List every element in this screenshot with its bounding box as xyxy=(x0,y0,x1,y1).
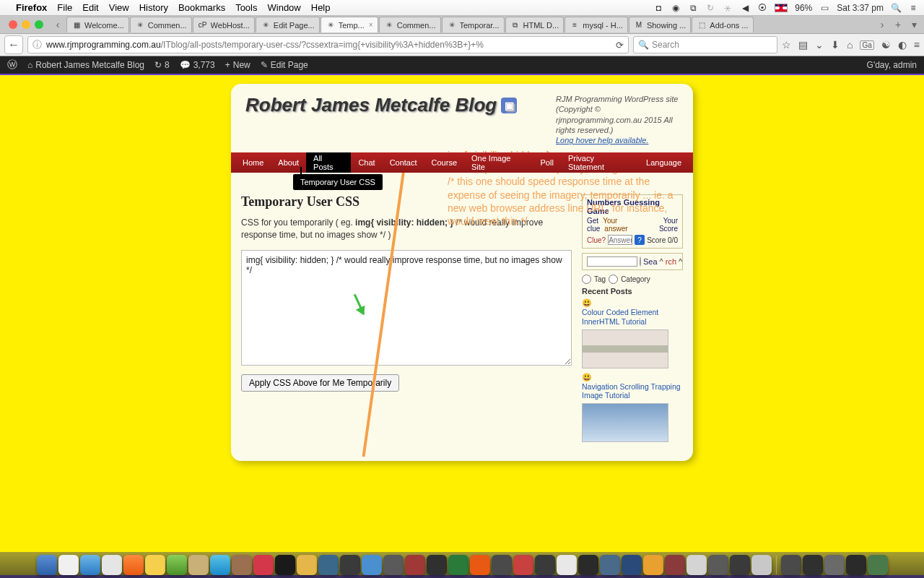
app-name[interactable]: Firefox xyxy=(16,2,47,13)
reload-button[interactable]: ⟳ xyxy=(616,40,624,51)
post-thumbnail[interactable] xyxy=(582,403,668,442)
dock-app-icon[interactable] xyxy=(102,555,122,575)
recent-post-link[interactable]: Navigation Scrolling Trapping Image Tuto… xyxy=(582,382,683,400)
browser-tab[interactable]: ✳Temporar... xyxy=(442,17,505,33)
timemachine-icon[interactable]: ↻ xyxy=(705,3,715,13)
dock-folder-icon[interactable] xyxy=(803,555,823,575)
wp-edit[interactable]: ✎Edit Page xyxy=(261,60,308,70)
nav-item[interactable]: Privacy Statement xyxy=(561,152,639,173)
radio-category[interactable] xyxy=(609,275,618,284)
tabs-scroll-right[interactable]: › xyxy=(875,17,889,32)
dock-app-icon[interactable] xyxy=(232,555,252,575)
bluetooth-icon[interactable]: ⚹ xyxy=(723,3,733,13)
menu-window[interactable]: Window xyxy=(268,2,301,13)
menu-edit[interactable]: Edit xyxy=(82,2,98,13)
nav-item[interactable]: All Posts xyxy=(306,152,351,173)
search-go-button[interactable] xyxy=(640,256,641,267)
dock-app-icon[interactable] xyxy=(340,555,360,575)
dock-app-icon[interactable] xyxy=(751,555,772,575)
dock-app-icon[interactable] xyxy=(448,555,468,575)
radio-tag[interactable] xyxy=(582,275,591,284)
hover-help-link[interactable]: Long hover help available. xyxy=(556,136,648,144)
dock-app-icon[interactable] xyxy=(687,555,707,575)
dock-app-icon[interactable] xyxy=(37,555,57,575)
menu-file[interactable]: File xyxy=(57,2,72,13)
dock-app-icon[interactable] xyxy=(297,555,317,575)
css-textarea[interactable] xyxy=(241,250,572,366)
dock-app-icon[interactable] xyxy=(622,555,642,575)
volume-icon[interactable]: ◀ xyxy=(740,3,750,13)
wp-comments[interactable]: 💬3,773 xyxy=(180,60,215,70)
post-thumbnail[interactable] xyxy=(582,329,668,368)
nav-item[interactable]: Chat xyxy=(351,152,382,173)
dock-app-icon[interactable] xyxy=(708,555,728,575)
dock-app-icon[interactable] xyxy=(210,555,230,575)
dock-app-icon[interactable] xyxy=(145,555,165,575)
pocket-icon[interactable]: ⌄ xyxy=(815,39,824,51)
flag-icon[interactable] xyxy=(775,4,788,12)
browser-tab[interactable]: ✳Edit Page... xyxy=(256,17,320,33)
dock-app-icon[interactable] xyxy=(383,555,404,575)
new-tab-button[interactable]: + xyxy=(891,17,905,32)
dock-app-icon[interactable] xyxy=(58,555,79,575)
browser-tab[interactable]: ⬚Add-ons ... xyxy=(692,17,753,33)
browser-tab[interactable]: cPWebHost... xyxy=(193,17,255,33)
home-icon[interactable]: ⌂ xyxy=(847,39,853,51)
downloads-icon[interactable]: ⬇ xyxy=(831,39,840,51)
nav-item[interactable]: Poll xyxy=(533,152,561,173)
browser-tab[interactable]: ✳Commen... xyxy=(130,17,192,33)
all-tabs-button[interactable]: ▾ xyxy=(907,17,921,32)
dock-app-icon[interactable] xyxy=(470,555,490,575)
minimise-window-button[interactable] xyxy=(22,20,30,29)
search-bar[interactable]: 🔍 Search xyxy=(633,36,777,53)
dock-app-icon[interactable] xyxy=(557,555,577,575)
wifi-icon[interactable]: ⦿ xyxy=(757,3,767,13)
answer-input[interactable] xyxy=(608,235,632,245)
dock-app-icon[interactable] xyxy=(362,555,382,575)
browser-tab[interactable]: ⧉HTML D... xyxy=(505,17,565,33)
dock-folder-icon[interactable] xyxy=(781,555,801,575)
dock-app-icon[interactable] xyxy=(578,555,598,575)
browser-tab[interactable]: ≡mysql - H... xyxy=(565,17,628,33)
status-icon[interactable]: ◘ xyxy=(653,3,663,13)
tabs-scroll-left[interactable]: ‹ xyxy=(51,17,65,32)
dock-app-icon[interactable] xyxy=(643,555,663,575)
browser-tab[interactable]: ✳Commen... xyxy=(379,17,441,33)
dock-app-icon[interactable] xyxy=(513,555,533,575)
dock-app-icon[interactable] xyxy=(80,555,100,575)
back-button[interactable]: ← xyxy=(4,35,23,54)
nav-item[interactable]: Home xyxy=(235,152,271,173)
airplay-icon[interactable]: ⧉ xyxy=(688,3,698,13)
dock-trash-icon[interactable] xyxy=(868,555,888,575)
close-tab-icon[interactable]: × xyxy=(369,21,373,29)
recent-post-link[interactable]: Colour Coded Element InnerHTML Tutorial xyxy=(582,308,683,326)
browser-tab[interactable]: MShowing ... xyxy=(629,17,691,33)
wp-site-link[interactable]: ⌂Robert James Metcalfe Blog xyxy=(27,60,144,70)
wp-greeting[interactable]: G'day, admin xyxy=(867,60,917,70)
menu-help[interactable]: Help xyxy=(311,2,331,13)
dock-app-icon[interactable] xyxy=(188,555,209,575)
dock-app-icon[interactable] xyxy=(253,555,274,575)
status-icon[interactable]: ◉ xyxy=(671,3,681,13)
menu-tools[interactable]: Tools xyxy=(235,2,257,13)
browser-tab[interactable]: ✳Temp...× xyxy=(321,17,378,33)
site-info-icon[interactable]: ⓘ xyxy=(32,38,42,51)
dock-app-icon[interactable] xyxy=(665,555,685,575)
nav-item[interactable]: Contact xyxy=(383,152,424,173)
nav-item[interactable]: Course xyxy=(424,152,464,173)
dock-folder-icon[interactable] xyxy=(824,555,845,575)
zoom-window-button[interactable] xyxy=(35,20,43,29)
dock-app-icon[interactable] xyxy=(405,555,425,575)
dock-app-icon[interactable] xyxy=(600,555,620,575)
close-window-button[interactable] xyxy=(9,20,17,29)
nav-item[interactable]: Language xyxy=(639,152,689,173)
dock-app-icon[interactable] xyxy=(318,555,339,575)
help-button[interactable]: ? xyxy=(635,235,645,245)
menu-history[interactable]: History xyxy=(139,2,168,13)
addon-icon[interactable]: ◐ xyxy=(898,39,907,51)
browser-tab[interactable]: ▦Welcome... xyxy=(66,17,129,33)
dock-app-icon[interactable] xyxy=(492,555,512,575)
clock[interactable]: Sat 3:37 pm xyxy=(837,3,884,13)
url-bar[interactable]: ⓘ www.rjmprogramming.com.au/ITblog/all-p… xyxy=(27,36,629,53)
wp-new[interactable]: +New xyxy=(225,60,250,70)
